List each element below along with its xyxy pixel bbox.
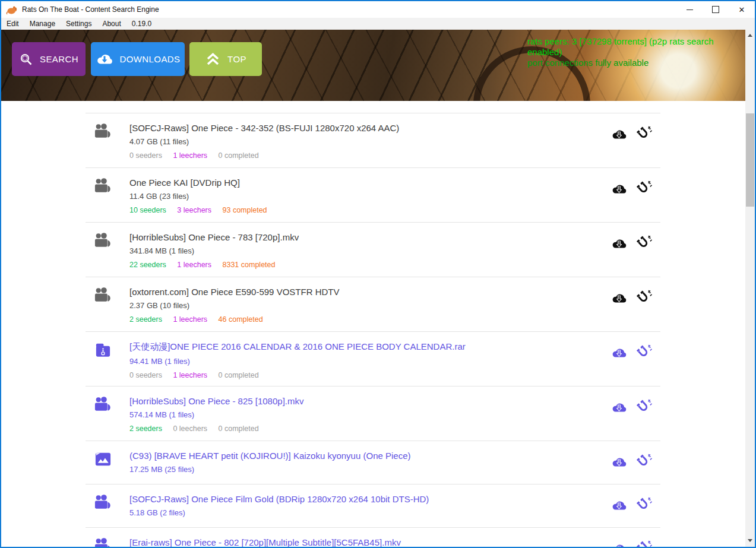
menu-edit[interactable]: Edit: [7, 20, 24, 28]
scrollbar-up-arrow[interactable]: [745, 31, 755, 40]
result-title[interactable]: [HorribleSubs] One Piece - 825 [1080p].m…: [129, 396, 589, 406]
magnet-icon[interactable]: [636, 540, 652, 547]
video-icon: [94, 123, 112, 140]
result-size: 341.84 MB (1 files): [129, 246, 589, 255]
video-icon: [94, 287, 112, 303]
downloads-button-label: DOWNLOADS: [120, 54, 181, 64]
leechers-count: 1 leechers: [177, 261, 211, 269]
downloads-button[interactable]: DOWNLOADS: [91, 42, 185, 76]
menu-version: 0.19.0: [132, 20, 157, 28]
completed-count: 0 completed: [219, 425, 259, 433]
download-cloud-icon[interactable]: [611, 180, 627, 197]
image-icon: [94, 451, 112, 467]
magnet-icon[interactable]: [636, 126, 652, 142]
completed-count: 93 completed: [223, 206, 267, 214]
completed-count: 0 completed: [219, 371, 259, 379]
result-row[interactable]: [HorribleSubs] One Piece - 783 [720p].mk…: [86, 222, 660, 277]
search-icon: [19, 52, 33, 66]
seeders-count: 0 seeders: [129, 151, 162, 160]
result-stats: 2 seeders 1 leechers 46 completed: [129, 315, 589, 324]
magnet-icon[interactable]: [636, 290, 652, 306]
menu-manage[interactable]: Manage: [30, 20, 61, 28]
menu-settings[interactable]: Settings: [66, 20, 97, 28]
seeders-count: 22 seeders: [129, 261, 166, 269]
peer-status: rats peers: 3 [737298 torrents] (p2p rat…: [527, 36, 745, 68]
seeders-count: 2 seeders: [129, 315, 162, 324]
result-size: 4.07 GB (11 files): [129, 137, 589, 146]
result-stats: 0 seeders 1 leechers 0 completed: [129, 371, 589, 379]
result-title[interactable]: [oxtorrent.com] One Piece E590-599 VOSTF…: [129, 287, 589, 297]
chevron-up-double-icon: [205, 52, 221, 67]
result-size: 94.41 MB (1 files): [129, 357, 589, 366]
result-stats: 2 seeders 0 leechers 0 completed: [129, 425, 589, 433]
result-row[interactable]: [HorribleSubs] One Piece - 825 [1080p].m…: [86, 386, 660, 441]
result-title[interactable]: [SOFCJ-Raws] One Piece Film Gold (BDRip …: [129, 494, 589, 504]
result-title[interactable]: [HorribleSubs] One Piece - 783 [720p].mk…: [129, 232, 589, 242]
magnet-icon[interactable]: [636, 180, 652, 197]
download-cloud-icon[interactable]: [611, 540, 627, 547]
scrollbar-down-arrow[interactable]: [745, 536, 755, 545]
result-stats: 22 seeders 1 leechers 8331 completed: [129, 261, 589, 269]
peer-status-line2: port connections fully available: [527, 58, 745, 68]
result-size: 574.14 MB (1 files): [129, 410, 589, 419]
result-row[interactable]: (C93) [BRAVE HEART petit (KOJIROU!)] Kai…: [86, 441, 660, 484]
result-row[interactable]: [SOFCJ-Raws] One Piece - 342-352 (BS-FUJ…: [86, 113, 660, 167]
download-cloud-icon[interactable]: [611, 235, 627, 251]
top-button[interactable]: TOP: [189, 42, 262, 76]
menu-bar: Edit Manage Settings About 0.19.0: [1, 18, 755, 30]
result-size: 2.37 GB (10 files): [129, 301, 589, 310]
menu-about[interactable]: About: [102, 20, 126, 28]
scrollbar-thumb[interactable]: [746, 113, 754, 207]
magnet-icon[interactable]: [636, 235, 652, 251]
result-row[interactable]: [SOFCJ-Raws] One Piece Film Gold (BDRip …: [86, 484, 660, 527]
minimize-icon: [687, 9, 693, 10]
magnet-icon[interactable]: [636, 497, 652, 513]
result-stats: 0 seeders 1 leechers 0 completed: [129, 151, 589, 160]
header-banner: SEARCH DOWNLOADS TOP rats peers: 3 [7372…: [1, 30, 745, 101]
result-title[interactable]: (C93) [BRAVE HEART petit (KOJIROU!)] Kai…: [129, 451, 589, 461]
download-cloud-icon[interactable]: [611, 290, 627, 306]
download-cloud-icon[interactable]: [611, 126, 627, 142]
result-title[interactable]: One Piece KAI [DVDrip HQ]: [129, 178, 589, 188]
video-icon: [94, 178, 112, 194]
seeders-count: 2 seeders: [129, 425, 162, 433]
result-row[interactable]: [天使动漫]ONE PIECE 2016 CALENDAR & 2016 ONE…: [86, 331, 660, 386]
maximize-button[interactable]: [703, 1, 729, 18]
scrollbar[interactable]: [745, 30, 755, 547]
result-size: 11.4 GB (23 files): [129, 192, 589, 201]
result-row[interactable]: [Erai-raws] One Piece - 802 [720p][Multi…: [86, 527, 660, 547]
result-row[interactable]: One Piece KAI [DVDrip HQ] 11.4 GB (23 fi…: [86, 167, 660, 222]
leechers-count: 3 leechers: [177, 206, 211, 214]
completed-count: 8331 completed: [223, 261, 276, 269]
minimize-button[interactable]: [676, 1, 703, 18]
download-cloud-icon[interactable]: [611, 497, 627, 513]
magnet-icon[interactable]: [636, 344, 652, 360]
maximize-icon: [712, 6, 719, 13]
title-bar: Rats On The Boat - Content Search Engine…: [1, 1, 755, 18]
magnet-icon[interactable]: [636, 454, 652, 470]
leechers-count: 1 leechers: [173, 371, 207, 379]
seeders-count: 0 seeders: [129, 371, 162, 379]
download-cloud-icon[interactable]: [611, 399, 627, 415]
search-button[interactable]: SEARCH: [12, 42, 86, 76]
result-stats: 10 seeders 3 leechers 93 completed: [129, 206, 589, 214]
app-window: Rats On The Boat - Content Search Engine…: [0, 0, 756, 548]
search-button-label: SEARCH: [40, 54, 78, 64]
download-cloud-icon[interactable]: [611, 454, 627, 470]
result-row[interactable]: [oxtorrent.com] One Piece E590-599 VOSTF…: [86, 277, 660, 331]
result-size: 5.18 GB (2 files): [129, 508, 589, 517]
top-button-label: TOP: [227, 54, 246, 64]
results-list: [SOFCJ-Raws] One Piece - 342-352 (BS-FUJ…: [86, 113, 660, 547]
leechers-count: 1 leechers: [173, 151, 207, 160]
download-cloud-icon[interactable]: [611, 344, 627, 360]
magnet-icon[interactable]: [636, 399, 652, 415]
app-rat-icon: [6, 5, 18, 15]
close-button[interactable]: ✕: [729, 1, 755, 18]
leechers-count: 1 leechers: [173, 315, 207, 324]
result-title[interactable]: [SOFCJ-Raws] One Piece - 342-352 (BS-FUJ…: [129, 123, 589, 133]
close-icon: ✕: [739, 6, 745, 14]
result-title[interactable]: [Erai-raws] One Piece - 802 [720p][Multi…: [129, 537, 589, 547]
seeders-count: 10 seeders: [129, 206, 166, 214]
video-icon: [94, 233, 112, 249]
result-title[interactable]: [天使动漫]ONE PIECE 2016 CALENDAR & 2016 ONE…: [129, 341, 589, 353]
